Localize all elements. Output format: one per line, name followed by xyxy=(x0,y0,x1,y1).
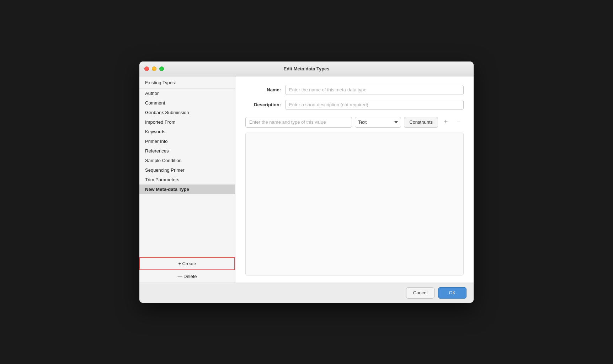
description-row: Description: xyxy=(245,100,464,110)
sidebar-item-references[interactable]: References xyxy=(139,146,235,156)
add-value-button[interactable]: + xyxy=(441,117,451,128)
sidebar-item-new-meta-data-type[interactable]: New Meta-data Type xyxy=(139,184,235,194)
sidebar-list: AuthorCommentGenbank SubmissionImported … xyxy=(139,89,235,257)
remove-value-button: − xyxy=(454,117,464,128)
value-row: TextNumberDateBoolean Constraints + − xyxy=(245,117,464,128)
window-title: Edit Meta-data Types xyxy=(283,66,329,71)
sidebar-item-sample-condition[interactable]: Sample Condition xyxy=(139,156,235,165)
sidebar-item-primer-info[interactable]: Primer Info xyxy=(139,136,235,146)
description-label: Description: xyxy=(245,102,281,107)
type-select[interactable]: TextNumberDateBoolean xyxy=(355,117,401,128)
sidebar-item-author[interactable]: Author xyxy=(139,89,235,98)
sidebar-buttons: + Create — Delete xyxy=(139,257,235,283)
sidebar-item-imported-from[interactable]: Imported From xyxy=(139,117,235,127)
constraints-button[interactable]: Constraints xyxy=(404,117,438,128)
close-button[interactable] xyxy=(144,66,149,71)
delete-button[interactable]: — Delete xyxy=(139,270,235,283)
main-panel: Name: Description: TextNumberDateBoolean… xyxy=(235,76,474,283)
name-row: Name: xyxy=(245,85,464,95)
value-name-input[interactable] xyxy=(245,117,352,128)
sidebar-item-genbank-submission[interactable]: Genbank Submission xyxy=(139,108,235,117)
traffic-lights xyxy=(144,66,164,71)
sidebar-item-trim-parameters[interactable]: Trim Parameters xyxy=(139,175,235,184)
sidebar-item-comment[interactable]: Comment xyxy=(139,98,235,108)
name-input[interactable] xyxy=(285,85,464,95)
sidebar-item-sequencing-primer[interactable]: Sequencing Primer xyxy=(139,165,235,175)
name-label: Name: xyxy=(245,87,281,92)
create-button[interactable]: + Create xyxy=(139,257,235,270)
sidebar-item-keywords[interactable]: Keywords xyxy=(139,127,235,136)
cancel-button[interactable]: Cancel xyxy=(406,287,435,299)
description-input[interactable] xyxy=(285,100,464,110)
window-footer: Cancel OK xyxy=(139,283,474,303)
minimize-button[interactable] xyxy=(152,66,156,71)
window-body: Existing Types: AuthorCommentGenbank Sub… xyxy=(139,76,474,283)
value-content-area xyxy=(245,133,464,275)
maximize-button[interactable] xyxy=(159,66,164,71)
sidebar-header: Existing Types: xyxy=(139,76,235,89)
titlebar: Edit Meta-data Types xyxy=(139,61,474,76)
sidebar: Existing Types: AuthorCommentGenbank Sub… xyxy=(139,76,235,283)
edit-metadata-window: Edit Meta-data Types Existing Types: Aut… xyxy=(139,61,474,303)
ok-button[interactable]: OK xyxy=(438,287,467,299)
